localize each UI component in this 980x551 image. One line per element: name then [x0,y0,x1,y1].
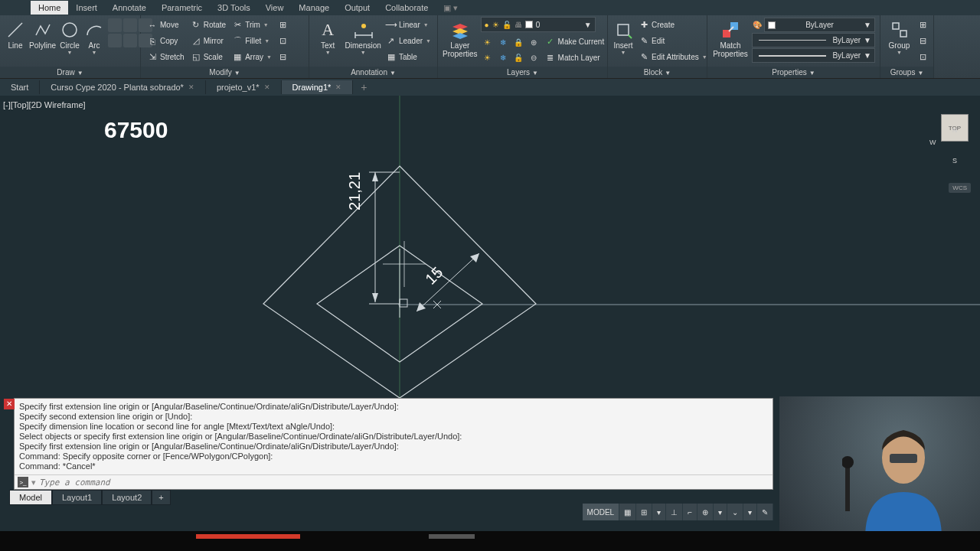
menu-tab-view[interactable]: View [258,1,292,15]
tool-dimension-label: Dimension [345,41,381,50]
tool-make-current[interactable]: ✓Make Current [544,34,606,50]
wcs-badge[interactable]: WCS [949,183,971,193]
group-small-3[interactable]: ⊡ [916,49,929,65]
tool-linear[interactable]: ⟶Linear▼ [384,17,433,33]
layout-tab-model[interactable]: Model [9,490,52,505]
close-icon[interactable]: ✕ [264,83,270,91]
draw-small-5[interactable] [123,34,137,47]
status-dd1[interactable]: ▾ [652,504,666,520]
group-small-2[interactable]: ⊟ [916,33,929,49]
layer-tool-5[interactable]: ☀ [481,51,495,64]
tool-fillet[interactable]: ⌒Fillet▼ [230,33,273,49]
file-tab-3[interactable]: Drawing1*✕ [282,80,354,94]
tool-layer-properties[interactable]: Layer Properties [443,17,478,58]
tool-copy[interactable]: ⎘Copy [145,33,186,49]
command-history: Specify first extension line origin or [… [15,399,773,474]
draw-small-1[interactable] [108,18,122,32]
modify-extra-3[interactable]: ⊟ [276,49,289,65]
command-window-close[interactable]: ✕ [4,399,15,409]
tool-line[interactable]: Line [5,17,26,50]
tool-scale[interactable]: ◱Scale [189,49,227,65]
modify-extra-2[interactable]: ⊡ [276,33,289,49]
menu-tab-output[interactable]: Output [337,1,377,15]
panel-block-label[interactable]: Block▼ [608,67,707,78]
command-input[interactable] [39,478,769,487]
tool-leader[interactable]: ↗Leader▼ [384,33,433,49]
status-polar[interactable]: ⌐ [683,504,697,520]
close-icon[interactable]: ✕ [188,83,194,91]
layer-tool-8[interactable]: ⊖ [527,51,541,64]
tool-array[interactable]: ▦Array▼ [230,49,273,65]
panel-layers-label[interactable]: Layers▼ [438,67,607,78]
tool-circle[interactable]: Circle ▼ [59,17,80,55]
layout-tab-1[interactable]: Layout1 [52,490,102,505]
draw-small-2[interactable] [123,18,137,32]
group-icon [889,19,910,41]
status-ortho[interactable]: ⊥ [666,504,683,520]
file-tab-start[interactable]: Start [0,80,40,94]
tool-text[interactable]: A Text ▼ [314,17,341,55]
group-small-1[interactable]: ⊞ [916,17,929,33]
file-tab-1[interactable]: Curso Cype 2020 - Planta sobrado*✕ [40,80,206,94]
tool-move[interactable]: ↔Move [145,17,186,33]
tool-rotate[interactable]: ↻Rotate [189,17,227,33]
status-osnap[interactable]: ⊕ [697,504,714,520]
tool-create-block[interactable]: ✚Create [637,17,709,33]
status-dd3[interactable]: ⌄ [727,504,743,520]
panel-groups-label[interactable]: Groups▼ [880,67,933,78]
status-model[interactable]: MODEL [583,504,620,520]
color-wheel-icon[interactable]: 🎨 [752,18,763,32]
menu-tab-annotate[interactable]: Annotate [105,1,154,15]
tool-edit-attributes[interactable]: ✎Edit Attributes▼ [637,49,709,65]
draw-small-4[interactable] [108,34,122,47]
tool-trim[interactable]: ✂Trim▼ [230,17,273,33]
file-tab-2[interactable]: projeto_v1*✕ [206,80,282,94]
tool-match-layer[interactable]: ≣Match Layer [544,50,606,66]
layer-tool-2[interactable]: ❄ [496,35,510,49]
status-snap[interactable]: ⊞ [636,504,652,520]
menu-tab-collaborate[interactable]: Collaborate [377,1,436,15]
menu-tab-home[interactable]: Home [31,1,68,15]
status-grid[interactable]: ▦ [619,504,636,520]
layer-tool-3[interactable]: 🔒 [511,35,525,49]
modify-extra-1[interactable]: ⊞ [276,17,289,33]
tool-polyline[interactable]: Polyline [29,17,56,50]
status-anno[interactable]: ✎ [757,504,773,520]
panel-annotation-label[interactable]: Annotation▼ [309,67,437,78]
arc-icon [83,19,105,41]
menu-tab-manage[interactable]: Manage [291,1,337,15]
tool-group[interactable]: Group ▼ [885,17,913,55]
layout-tab-add[interactable]: + [152,490,170,505]
panel-draw-label[interactable]: Draw▼ [0,67,140,78]
file-tab-add[interactable]: + [353,81,374,93]
menu-tab-parametric[interactable]: Parametric [154,1,210,15]
tool-mirror[interactable]: ◿Mirror [189,33,227,49]
status-dd2[interactable]: ▾ [714,504,727,520]
prop-color[interactable]: ByLayer▼ [764,18,875,32]
layer-tool-1[interactable]: ☀ [481,35,495,49]
tool-stretch[interactable]: ⇲Stretch [145,49,186,65]
stretch-icon: ⇲ [147,52,158,63]
drawing-canvas[interactable]: [-][Top][2D Wireframe] 67500 21,21 15 N [0,96,980,398]
close-icon[interactable]: ✕ [335,83,341,91]
viewcube[interactable]: N W TOP S [934,102,975,155]
menu-tab-3dtools[interactable]: 3D Tools [210,1,258,15]
tool-edit-block[interactable]: ✎Edit [637,33,709,49]
prop-lineweight[interactable]: ByLayer▼ [752,48,875,63]
tool-arc[interactable]: Arc ▼ [83,17,105,55]
layer-tool-7[interactable]: 🔓 [511,51,525,64]
panel-properties-label[interactable]: Properties▼ [707,67,880,78]
tool-dimension[interactable]: Dimension ▼ [345,17,381,55]
tool-match-properties[interactable]: Match Properties [712,17,749,58]
prop-linetype[interactable]: ByLayer▼ [752,33,875,47]
layer-tool-6[interactable]: ❄ [496,51,510,64]
menu-tab-insert[interactable]: Insert [68,1,105,15]
menu-extras[interactable]: ▣ ▾ [443,3,458,13]
layout-tab-2[interactable]: Layout2 [102,490,152,505]
layer-dropdown[interactable]: ● ☀ 🔓 🖶 0 ▼ [481,17,596,32]
layer-tool-4[interactable]: ⊕ [527,35,541,49]
tool-table[interactable]: ▦Table [384,49,433,65]
panel-modify-label[interactable]: Modify▼ [141,67,309,78]
tool-insert[interactable]: Insert ▼ [612,17,634,55]
status-dd4[interactable]: ▾ [743,504,757,520]
